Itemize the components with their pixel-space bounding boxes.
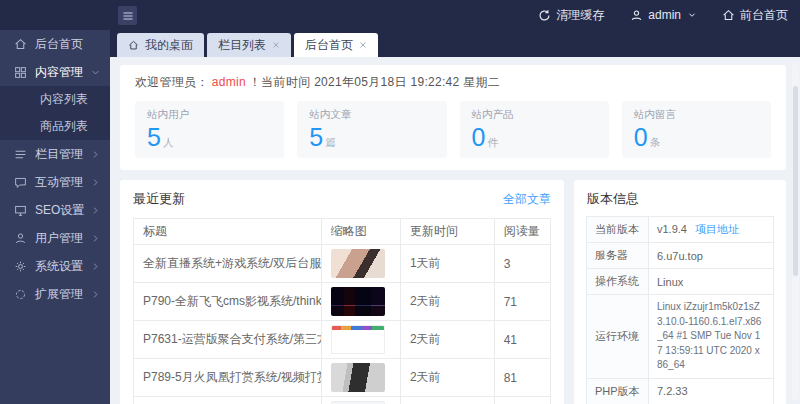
version-value: v1.9.4 [657,223,687,235]
stat-value: 0 [472,123,486,151]
stat-card-messages: 站内留言 0条 [622,101,771,158]
topbar: 清理缓存 admin 前台首页 [0,0,800,30]
article-title[interactable]: P790-全新飞飞cms影视系统/think... [134,283,322,321]
recent-updates-table: 标题 缩略图 更新时间 阅读量 全新直播系统+游戏系统/双后台服... 1天前 … [133,218,551,404]
sidebar-subitem-product-list[interactable]: 商品列表 [0,113,110,140]
article-title[interactable]: P789-5月火凤凰打赏系统/视频打赏... [134,359,322,397]
thumbnail-image [331,363,385,392]
version-row: 运行环境 Linux iZzujr1m5k0z1sZ 3.10.0-1160.6… [587,295,774,379]
chevron-down-icon [91,68,100,77]
sidebar-item-users[interactable]: 用户管理 [0,224,110,252]
front-home-button[interactable]: 前台首页 [722,7,788,24]
sidebar-subitem-content-list[interactable]: 内容列表 [0,86,110,113]
sidebar-item-extensions[interactable]: 扩展管理 [0,280,110,308]
article-title[interactable]: 全新直播系统+游戏系统/双后台服... [134,245,322,283]
tab-strip: 我的桌面 栏目列表 后台首页 [110,30,800,57]
version-row: 操作系统 Linux [587,269,774,295]
all-articles-link[interactable]: 全部文章 [503,191,551,208]
stat-value: 5 [147,123,161,151]
stat-label: 站内文章 [309,108,434,122]
table-row: P7631-运营版聚合支付系统/第三方... 2天前 41 [134,321,551,359]
close-icon[interactable] [272,41,280,49]
main-content: 欢迎管理员：admin！当前时间 2021年05月18日 19:22:42 星期… [110,57,800,404]
menu-toggle-button[interactable] [118,6,137,25]
front-home-label: 前台首页 [740,7,788,24]
chevron-right-icon [91,262,100,271]
sidebar-item-content[interactable]: 内容管理 [0,58,110,86]
version-value: Linux [649,269,774,295]
table-row: P767A-JD京东三网话费直充系统/移... 2天前 188 [134,397,551,404]
sidebar-item-label: 栏目管理 [35,146,91,163]
version-row: PHP版本 7.2.33 [587,378,774,404]
update-time: 1天前 [400,245,494,283]
sidebar-item-label: SEO设置 [35,202,91,219]
update-time: 2天前 [400,321,494,359]
project-link[interactable]: 项目地址 [695,223,739,235]
clear-cache-button[interactable]: 清理缓存 [538,7,604,24]
sidebar-item-label: 内容管理 [35,64,91,81]
welcome-prefix: 欢迎管理员： [135,75,209,89]
version-info-title: 版本信息 [587,190,639,208]
update-time: 2天前 [400,359,494,397]
user-menu[interactable]: admin [630,8,696,22]
stat-value: 5 [309,123,323,151]
circle-icon [14,288,27,301]
view-count: 71 [494,283,550,321]
recent-updates-panel: 最近更新 全部文章 标题 缩略图 更新时间 阅读量 全新直播 [120,180,564,404]
sidebar-item-settings[interactable]: 系统设置 [0,252,110,280]
grid-icon [14,66,27,79]
sidebar-subitem-label: 内容列表 [40,91,88,108]
chevron-right-icon [91,290,100,299]
close-icon[interactable] [359,41,367,49]
stat-label: 站内产品 [472,108,597,122]
column-header-title: 标题 [134,219,322,245]
topbar-actions: 清理缓存 admin 前台首页 [538,0,788,30]
version-label: 服务器 [587,243,649,269]
version-row: 服务器 6.u7u.top [587,243,774,269]
home-icon [128,40,139,51]
version-label: 操作系统 [587,269,649,295]
tab-admin-home[interactable]: 后台首页 [294,33,378,57]
stat-value: 0 [634,123,648,151]
home-icon [14,38,27,51]
version-label: 当前版本 [587,217,649,243]
thumbnail-image [331,325,385,354]
recent-updates-title: 最近更新 [133,190,185,208]
sidebar-item-label: 系统设置 [35,258,91,275]
user-icon [630,9,643,22]
welcome-username: admin [212,75,246,89]
stat-unit: 人 [163,136,174,148]
chat-icon [14,176,27,189]
stat-unit: 篇 [325,136,336,148]
view-count: 188 [494,397,550,404]
article-title[interactable]: P7631-运营版聚合支付系统/第三方... [134,321,322,359]
chevron-right-icon [91,150,100,159]
article-title[interactable]: P767A-JD京东三网话费直充系统/移... [134,397,322,404]
hamburger-icon [122,10,134,22]
sidebar-item-interaction[interactable]: 互动管理 [0,168,110,196]
tab-my-desktop[interactable]: 我的桌面 [117,33,204,57]
sidebar-item-dashboard[interactable]: 后台首页 [0,30,110,58]
sidebar-item-seo[interactable]: SEO设置 [0,196,110,224]
column-header-views: 阅读量 [494,219,550,245]
view-count: 3 [494,245,550,283]
stat-unit: 件 [487,136,498,148]
clear-cache-label: 清理缓存 [556,7,604,24]
user-icon [14,232,27,245]
column-header-thumb: 缩略图 [321,219,400,245]
version-info-table: 当前版本 v1.9.4项目地址 服务器 6.u7u.top 操作系统 Linux… [586,216,774,404]
welcome-message: 欢迎管理员：admin！当前时间 2021年05月18日 19:22:42 星期… [135,74,771,91]
tab-column-list[interactable]: 栏目列表 [207,33,291,57]
vertical-scrollbar[interactable] [792,62,799,400]
tab-label: 我的桌面 [145,37,193,54]
update-time: 2天前 [400,283,494,321]
stat-unit: 条 [650,136,661,148]
sidebar-item-columns[interactable]: 栏目管理 [0,140,110,168]
view-count: 81 [494,359,550,397]
scrollbar-thumb[interactable] [793,86,798,276]
sidebar-item-label: 后台首页 [35,36,100,53]
sidebar-item-label: 扩展管理 [35,286,91,303]
version-label: 运行环境 [587,295,649,379]
welcome-suffix: ！当前时间 2021年05月18日 19:22:42 星期二 [249,75,500,89]
thumbnail-image [331,287,385,316]
